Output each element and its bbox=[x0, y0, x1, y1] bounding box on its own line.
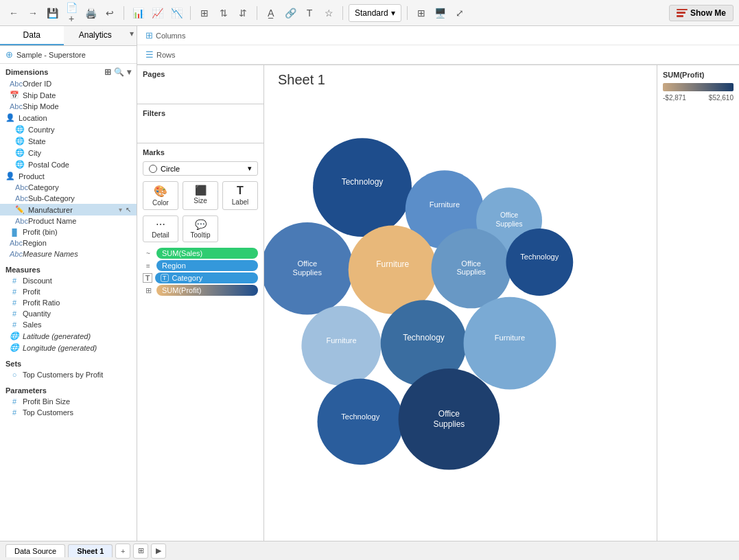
panel-settings-icon[interactable]: ▾ bbox=[127, 26, 137, 45]
field-profit-bin[interactable]: ▐▌ Profit (bin) bbox=[0, 226, 137, 237]
filters-content[interactable] bbox=[143, 119, 258, 140]
sort2-button[interactable]: ⇵ bbox=[235, 5, 251, 21]
parameters-label: Parameters bbox=[5, 386, 47, 395]
dimensions-group: Abc Order ID 📅 Ship Date Abc Ship Mode 👤… bbox=[0, 78, 137, 262]
region-pill[interactable]: Region bbox=[156, 260, 258, 271]
highlight-button[interactable]: A̲ bbox=[263, 5, 279, 21]
hash-icon: # bbox=[10, 277, 19, 285]
marks-type-dropdown[interactable]: Circle ▾ bbox=[143, 161, 258, 176]
sort-button[interactable]: ⇅ bbox=[215, 5, 232, 21]
marks-detail-button[interactable]: ⋯ Detail bbox=[143, 215, 178, 242]
nav-back-button[interactable]: ← bbox=[5, 5, 22, 21]
data-source-label: Sample - Superstore bbox=[16, 51, 86, 59]
add-sheet-button[interactable]: + bbox=[115, 544, 130, 559]
field-profit[interactable]: # Profit bbox=[0, 286, 137, 297]
marks-label-button[interactable]: T Label bbox=[222, 181, 258, 210]
bubble-technology-1[interactable] bbox=[313, 138, 412, 237]
field-discount[interactable]: # Discount bbox=[0, 275, 137, 286]
marks-color-button[interactable]: 🎨 Color bbox=[143, 181, 178, 210]
person-icon: 👤 bbox=[5, 113, 15, 122]
add-button[interactable]: 📄+ bbox=[63, 5, 80, 21]
bubble-furniture-3[interactable] bbox=[301, 306, 381, 386]
field-measure-names[interactable]: Abc Measure Names bbox=[0, 248, 137, 259]
field-ship-mode[interactable]: Abc Ship Mode bbox=[0, 101, 137, 112]
separator-1 bbox=[124, 6, 124, 20]
field-city[interactable]: 🌐 City bbox=[0, 147, 137, 159]
chart2-button[interactable]: 📈 bbox=[149, 5, 165, 21]
field-label: Ship Mode bbox=[23, 102, 59, 110]
field-profit-bin-size[interactable]: # Profit Bin Size bbox=[0, 396, 137, 407]
save-button[interactable]: 💾 bbox=[44, 5, 60, 21]
parameters-group: # Profit Bin Size # Top Customers bbox=[0, 396, 137, 421]
abc-icon: Abc bbox=[10, 239, 19, 247]
marks-buttons-2: ⋯ Detail 💬 Tooltip bbox=[143, 215, 258, 242]
field-category[interactable]: Abc Category bbox=[0, 182, 137, 193]
show-me-button[interactable]: Show Me bbox=[669, 5, 734, 21]
nav-forward-button[interactable]: → bbox=[25, 5, 41, 21]
sum-sales-pill[interactable]: SUM(Sales) bbox=[156, 248, 258, 259]
sum-profit-pill[interactable]: SUM(Profit) bbox=[156, 285, 258, 296]
view-button[interactable]: ⊞ bbox=[413, 5, 430, 21]
data-source-tab[interactable]: Data Source bbox=[5, 544, 65, 557]
present-button[interactable]: ▶ bbox=[151, 544, 166, 559]
field-sales[interactable]: # Sales bbox=[0, 319, 137, 330]
field-top-customers[interactable]: ○ Top Customers by Profit bbox=[0, 369, 137, 380]
field-subcategory[interactable]: Abc Sub-Category bbox=[0, 193, 137, 204]
data-source-selector[interactable]: ⊕ Sample - Superstore bbox=[0, 46, 137, 64]
detail-label: Detail bbox=[152, 231, 169, 239]
pill-sum-profit: ⊞ SUM(Profit) bbox=[143, 285, 258, 296]
field-profit-ratio[interactable]: # Profit Ratio bbox=[0, 297, 137, 308]
field-order-id[interactable]: Abc Order ID bbox=[0, 78, 137, 89]
field-longitude[interactable]: 🌐 Longitude (generated) bbox=[0, 342, 137, 353]
field-top-customers-param[interactable]: # Top Customers bbox=[0, 407, 137, 418]
device-button[interactable]: 🖥️ bbox=[432, 5, 449, 21]
pill-category: T T Category bbox=[143, 272, 258, 283]
field-quantity[interactable]: # Quantity bbox=[0, 308, 137, 319]
tab-data[interactable]: Data bbox=[0, 26, 64, 45]
rows-icon: ☰ bbox=[145, 49, 154, 60]
field-product[interactable]: 👤 Product bbox=[0, 170, 137, 182]
chart3-button[interactable]: 📉 bbox=[168, 5, 185, 21]
show-me-icon bbox=[677, 9, 688, 17]
collapse-icon[interactable]: ▾ bbox=[127, 67, 131, 77]
field-state[interactable]: 🌐 State bbox=[0, 135, 137, 147]
field-location[interactable]: 👤 Location bbox=[0, 112, 137, 124]
bubble-technology-2[interactable] bbox=[506, 229, 573, 296]
bubble-technology-4[interactable] bbox=[317, 379, 403, 465]
datasource-icon: ⊕ bbox=[5, 49, 13, 60]
field-country[interactable]: 🌐 Country bbox=[0, 124, 137, 135]
filter-button[interactable]: ⊞ bbox=[196, 5, 213, 21]
standard-dropdown[interactable]: Standard ▾ bbox=[349, 4, 401, 22]
marks-tooltip-button[interactable]: 💬 Tooltip bbox=[183, 215, 218, 242]
hash-icon: # bbox=[10, 408, 19, 417]
search-icon[interactable]: 🔍 bbox=[114, 67, 124, 77]
pages-title: Pages bbox=[143, 68, 258, 80]
bottom-bar: Data Source Sheet 1 + ⊞ ▶ bbox=[0, 541, 739, 560]
sheet1-tab[interactable]: Sheet 1 bbox=[68, 544, 113, 557]
size-label: Size bbox=[193, 197, 207, 205]
bubble-furniture-4[interactable] bbox=[464, 297, 556, 390]
pages-content[interactable] bbox=[143, 80, 258, 101]
field-ship-date[interactable]: 📅 Ship Date bbox=[0, 89, 137, 101]
field-latitude[interactable]: 🌐 Latitude (generated) bbox=[0, 330, 137, 342]
grid-view-icon[interactable]: ⊞ bbox=[104, 67, 111, 77]
duplicate-button[interactable]: ⊞ bbox=[133, 544, 148, 559]
field-postal-code[interactable]: 🌐 Postal Code bbox=[0, 159, 137, 170]
chart-button[interactable]: 📊 bbox=[130, 5, 146, 21]
svg-text:Furniture: Furniture bbox=[376, 259, 409, 269]
link-button[interactable]: 🔗 bbox=[282, 5, 298, 21]
category-pill[interactable]: T Category bbox=[155, 272, 258, 283]
tab-analytics[interactable]: Analytics bbox=[64, 26, 128, 45]
columns-label: ⊞ Columns bbox=[140, 30, 195, 40]
marks-size-button[interactable]: ⬛ Size bbox=[183, 181, 218, 210]
print-button[interactable]: 🖨️ bbox=[82, 5, 99, 21]
field-product-name[interactable]: Abc Product Name bbox=[0, 215, 137, 226]
share-button[interactable]: ⤢ bbox=[451, 5, 468, 21]
field-region[interactable]: Abc Region bbox=[0, 237, 137, 248]
svg-text:Supplies: Supplies bbox=[433, 419, 465, 429]
dimensions-section: Dimensions ⊞ 🔍 ▾ bbox=[0, 64, 137, 78]
text-button[interactable]: T bbox=[301, 5, 318, 21]
star-button[interactable]: ☆ bbox=[320, 5, 337, 21]
field-manufacturer[interactable]: ✏️ Manufacturer ▾ ↖ bbox=[0, 204, 137, 215]
undo-button[interactable]: ↩ bbox=[102, 5, 118, 21]
